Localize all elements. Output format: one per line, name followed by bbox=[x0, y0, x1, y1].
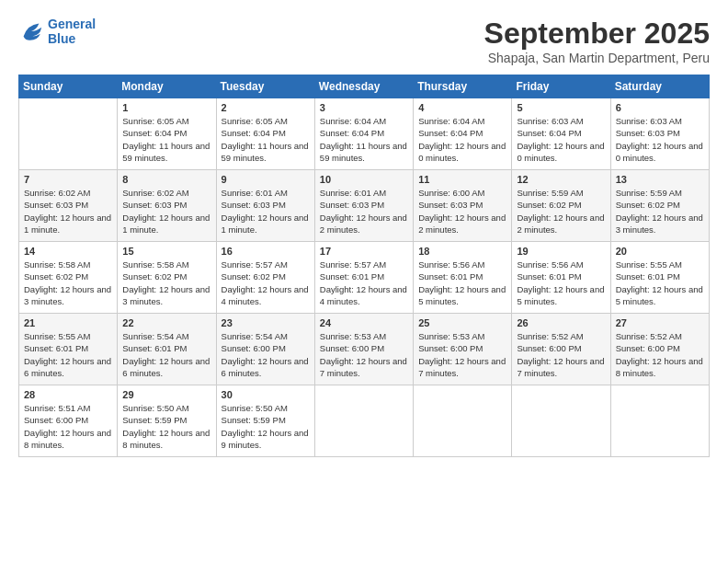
cell-line: Daylight: 12 hours and 6 minutes. bbox=[24, 355, 112, 380]
cell-content: Sunrise: 5:56 AMSunset: 6:01 PMDaylight:… bbox=[517, 259, 605, 307]
header-saturday: Saturday bbox=[610, 75, 709, 98]
day-number: 24 bbox=[320, 317, 408, 328]
cell-line: Daylight: 12 hours and 1 minute. bbox=[24, 212, 112, 236]
cell-line: Daylight: 12 hours and 2 minutes. bbox=[418, 212, 506, 236]
cell-line: Sunset: 6:04 PM bbox=[122, 127, 210, 139]
cell-content: Sunrise: 5:54 AMSunset: 6:00 PMDaylight:… bbox=[222, 330, 310, 379]
cell-content: Sunrise: 6:01 AMSunset: 6:03 PMDaylight:… bbox=[222, 187, 310, 236]
cell-content: Sunrise: 5:50 AMSunset: 5:59 PMDaylight:… bbox=[122, 402, 210, 451]
cell-line: Daylight: 12 hours and 2 minutes. bbox=[320, 212, 408, 236]
cell-line: Sunrise: 5:58 AM bbox=[122, 259, 210, 270]
table-row: 21Sunrise: 5:55 AMSunset: 6:01 PMDayligh… bbox=[19, 314, 118, 385]
logo-icon bbox=[18, 18, 44, 44]
calendar-week-0: 1Sunrise: 6:05 AMSunset: 6:04 PMDaylight… bbox=[19, 98, 710, 170]
cell-line: Sunrise: 6:05 AM bbox=[222, 115, 310, 127]
day-number: 26 bbox=[517, 317, 605, 328]
header: General Blue September 2025 Shapaja, San… bbox=[18, 17, 710, 65]
header-sunday: Sunday bbox=[19, 75, 118, 98]
table-row: 28Sunrise: 5:51 AMSunset: 6:00 PMDayligh… bbox=[19, 385, 118, 457]
cell-line: Sunrise: 5:51 AM bbox=[24, 402, 112, 414]
table-row bbox=[610, 385, 709, 457]
cell-line: Sunset: 6:01 PM bbox=[122, 342, 210, 354]
table-row: 27Sunrise: 5:52 AMSunset: 6:00 PMDayligh… bbox=[610, 314, 709, 385]
cell-content: Sunrise: 5:52 AMSunset: 6:00 PMDaylight:… bbox=[616, 330, 704, 379]
cell-line: Daylight: 12 hours and 1 minute. bbox=[222, 212, 310, 236]
cell-line: Sunset: 6:03 PM bbox=[418, 199, 506, 211]
cell-line: Daylight: 12 hours and 3 minutes. bbox=[122, 283, 210, 308]
cell-content: Sunrise: 5:58 AMSunset: 6:02 PMDaylight:… bbox=[24, 259, 112, 307]
cell-content: Sunrise: 5:54 AMSunset: 6:01 PMDaylight:… bbox=[122, 330, 210, 379]
day-number: 5 bbox=[517, 102, 605, 113]
table-row: 15Sunrise: 5:58 AMSunset: 6:02 PMDayligh… bbox=[118, 242, 216, 314]
cell-line: Daylight: 12 hours and 5 minutes. bbox=[418, 283, 506, 308]
table-row bbox=[512, 385, 610, 457]
cell-line: Sunrise: 6:05 AM bbox=[122, 115, 210, 127]
cell-line: Sunset: 6:04 PM bbox=[320, 127, 408, 139]
cell-line: Daylight: 12 hours and 6 minutes. bbox=[122, 355, 210, 380]
cell-line: Daylight: 12 hours and 7 minutes. bbox=[320, 355, 408, 380]
cell-line: Sunset: 6:04 PM bbox=[222, 127, 310, 139]
day-number: 23 bbox=[222, 317, 310, 328]
cell-line: Sunrise: 5:57 AM bbox=[222, 259, 310, 270]
calendar-week-2: 14Sunrise: 5:58 AMSunset: 6:02 PMDayligh… bbox=[19, 242, 710, 314]
cell-content: Sunrise: 5:50 AMSunset: 5:59 PMDaylight:… bbox=[222, 402, 310, 451]
cell-line: Sunset: 6:01 PM bbox=[320, 270, 408, 282]
cell-line: Daylight: 12 hours and 8 minutes. bbox=[24, 427, 112, 452]
logo-line2: Blue bbox=[48, 31, 96, 46]
cell-line: Sunset: 6:00 PM bbox=[418, 342, 506, 354]
cell-content: Sunrise: 6:02 AMSunset: 6:03 PMDaylight:… bbox=[24, 187, 112, 236]
cell-line: Sunset: 6:00 PM bbox=[320, 342, 408, 354]
cell-line: Sunset: 6:03 PM bbox=[320, 199, 408, 211]
table-row: 9Sunrise: 6:01 AMSunset: 6:03 PMDaylight… bbox=[216, 170, 314, 242]
calendar-week-3: 21Sunrise: 5:55 AMSunset: 6:01 PMDayligh… bbox=[19, 314, 710, 385]
day-number: 21 bbox=[24, 317, 112, 328]
day-number: 27 bbox=[616, 317, 704, 328]
day-number: 10 bbox=[320, 174, 408, 185]
day-number: 11 bbox=[418, 174, 506, 185]
day-number: 3 bbox=[320, 102, 408, 113]
cell-line: Daylight: 11 hours and 59 minutes. bbox=[122, 140, 210, 165]
table-row: 19Sunrise: 5:56 AMSunset: 6:01 PMDayligh… bbox=[512, 242, 610, 314]
cell-line: Sunrise: 6:01 AM bbox=[320, 187, 408, 199]
cell-line: Sunset: 6:02 PM bbox=[24, 270, 112, 282]
cell-line: Sunrise: 5:54 AM bbox=[122, 330, 210, 342]
day-number: 30 bbox=[222, 389, 310, 400]
cell-line: Sunrise: 5:59 AM bbox=[616, 187, 704, 199]
cell-line: Sunset: 5:59 PM bbox=[122, 414, 210, 426]
table-row: 30Sunrise: 5:50 AMSunset: 5:59 PMDayligh… bbox=[216, 385, 314, 457]
day-number: 13 bbox=[616, 174, 704, 185]
day-number: 8 bbox=[122, 174, 210, 185]
cell-line: Sunset: 6:02 PM bbox=[616, 199, 704, 211]
cell-line: Daylight: 12 hours and 1 minute. bbox=[122, 212, 210, 236]
cell-content: Sunrise: 6:03 AMSunset: 6:03 PMDaylight:… bbox=[616, 115, 704, 164]
day-number: 25 bbox=[418, 317, 506, 328]
cell-content: Sunrise: 6:02 AMSunset: 6:03 PMDaylight:… bbox=[122, 187, 210, 236]
cell-line: Sunrise: 5:56 AM bbox=[517, 259, 605, 270]
cell-line: Sunrise: 5:56 AM bbox=[418, 259, 506, 270]
header-monday: Monday bbox=[118, 75, 216, 98]
cell-line: Sunrise: 5:55 AM bbox=[616, 259, 704, 270]
cell-content: Sunrise: 5:57 AMSunset: 6:01 PMDaylight:… bbox=[320, 259, 408, 307]
table-row: 5Sunrise: 6:03 AMSunset: 6:04 PMDaylight… bbox=[512, 98, 610, 170]
cell-content: Sunrise: 6:05 AMSunset: 6:04 PMDaylight:… bbox=[122, 115, 210, 164]
cell-line: Sunrise: 5:50 AM bbox=[222, 402, 310, 414]
cell-line: Sunset: 6:02 PM bbox=[222, 270, 310, 282]
cell-line: Daylight: 11 hours and 59 minutes. bbox=[222, 140, 310, 165]
cell-line: Sunrise: 5:53 AM bbox=[320, 330, 408, 342]
cell-line: Sunrise: 6:01 AM bbox=[222, 187, 310, 199]
cell-line: Sunset: 6:04 PM bbox=[517, 127, 605, 139]
cell-line: Sunset: 6:03 PM bbox=[616, 127, 704, 139]
table-row: 4Sunrise: 6:04 AMSunset: 6:04 PMDaylight… bbox=[414, 98, 512, 170]
cell-line: Sunset: 6:03 PM bbox=[122, 199, 210, 211]
cell-content: Sunrise: 5:53 AMSunset: 6:00 PMDaylight:… bbox=[320, 330, 408, 379]
cell-line: Daylight: 12 hours and 5 minutes. bbox=[517, 283, 605, 308]
cell-line: Sunset: 6:01 PM bbox=[418, 270, 506, 282]
cell-line: Sunrise: 5:54 AM bbox=[222, 330, 310, 342]
day-number: 6 bbox=[616, 102, 704, 113]
cell-line: Daylight: 11 hours and 59 minutes. bbox=[320, 140, 408, 165]
day-number: 14 bbox=[24, 246, 112, 257]
table-row: 25Sunrise: 5:53 AMSunset: 6:00 PMDayligh… bbox=[414, 314, 512, 385]
calendar-week-1: 7Sunrise: 6:02 AMSunset: 6:03 PMDaylight… bbox=[19, 170, 710, 242]
cell-line: Sunset: 6:03 PM bbox=[222, 199, 310, 211]
day-number: 1 bbox=[122, 102, 210, 113]
